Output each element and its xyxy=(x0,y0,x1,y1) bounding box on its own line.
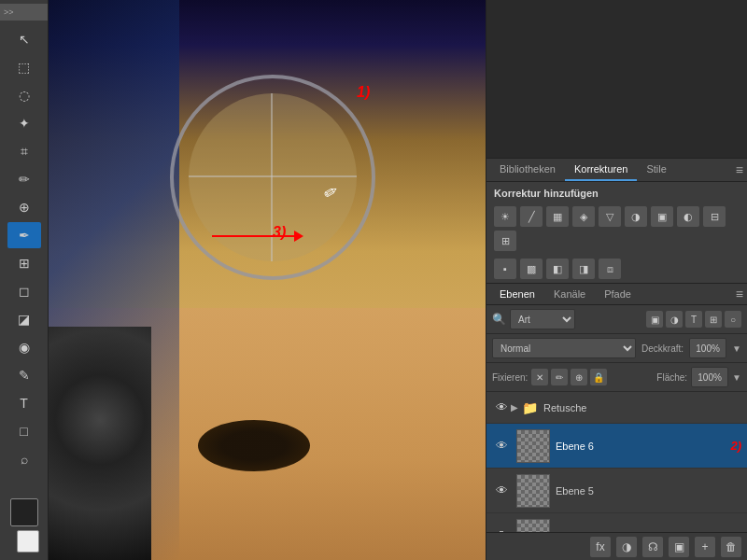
clone-tool[interactable]: ⊞ xyxy=(7,250,41,276)
tab-korrekturen[interactable]: Korrekturen xyxy=(565,159,637,181)
layers-collapse-btn[interactable]: ≡ xyxy=(736,287,743,301)
corrections-icons-row2: ▪ ▩ ◧ ◨ ⧈ xyxy=(486,255,747,283)
filter-icon-3[interactable]: ⊞ xyxy=(705,311,722,328)
blend-bar: Normal Deckkraft: ▼ xyxy=(486,334,747,363)
fix-position[interactable]: ✕ xyxy=(531,369,548,385)
eye-retusche[interactable]: 👁 xyxy=(492,399,511,417)
corr-icon-colorfill[interactable]: ▪ xyxy=(494,259,516,279)
text-tool[interactable]: T xyxy=(7,390,41,416)
corr-icon-posterize[interactable]: ⧈ xyxy=(599,259,621,279)
healing-tool[interactable]: ⊕ xyxy=(7,194,41,220)
eraser-tool[interactable]: ◻ xyxy=(7,278,41,304)
group-name-retusche: Retusche xyxy=(543,402,586,413)
magic-wand-tool[interactable]: ✦ xyxy=(7,110,41,136)
toolbar: >> ↖ ⬚ ◌ ✦ ⌗ ✏ ⊕ ✒ ⊞ ◻ ◪ ◉ ✎ T □ ⌕ xyxy=(0,0,49,560)
shapes-tool[interactable]: □ xyxy=(7,418,41,444)
opacity-arrow[interactable]: ▼ xyxy=(732,343,741,354)
corr-icon-colorbalance[interactable]: ▣ xyxy=(651,206,673,227)
eye-ebene5[interactable]: 👁 xyxy=(492,482,511,500)
thumb-ebene4 xyxy=(516,519,550,533)
layers-panel: Ebenen Kanäle Pfade ≡ 🔍 Art ▣ ◑ T ⊞ ○ No… xyxy=(486,284,747,560)
selection-tool[interactable]: ⬚ xyxy=(7,54,41,80)
filter-icon-1[interactable]: ▣ xyxy=(646,311,663,328)
corr-icon-bw[interactable]: ◐ xyxy=(677,206,699,227)
opacity-input[interactable] xyxy=(689,338,726,358)
crop-tool[interactable]: ⌗ xyxy=(7,138,41,164)
corr-icon-photo[interactable]: ⊟ xyxy=(703,206,726,227)
fill-label: Fläche: xyxy=(656,372,687,383)
corrections-collapse-btn[interactable]: ≡ xyxy=(736,162,743,177)
tab-kanaele[interactable]: Kanäle xyxy=(544,284,595,304)
lasso-tool[interactable]: ◌ xyxy=(7,82,41,108)
zoom-tool[interactable]: ⌕ xyxy=(7,446,41,472)
group-button[interactable]: ▣ xyxy=(669,537,689,557)
thumb-ebene6 xyxy=(516,429,550,463)
canvas-area[interactable]: ✏ 1) 3) xyxy=(49,0,486,560)
tab-bibliotheken[interactable]: Bibliotheken xyxy=(490,159,565,181)
eyedropper-tool[interactable]: ✏ xyxy=(7,166,41,192)
delete-layer-button[interactable]: 🗑 xyxy=(721,537,741,557)
fix-move[interactable]: ⊕ xyxy=(571,369,587,385)
filter-icon-t[interactable]: T xyxy=(685,311,702,328)
background-color[interactable] xyxy=(17,530,39,553)
group-expand-arrow[interactable]: ▶ xyxy=(511,402,518,413)
layers-filter-bar: 🔍 Art ▣ ◑ T ⊞ ○ xyxy=(486,305,747,334)
blur-tool[interactable]: ◉ xyxy=(7,334,41,360)
thumb-ebene5 xyxy=(516,474,550,508)
corr-icon-channelmixer[interactable]: ⊞ xyxy=(494,231,516,251)
layer-group-retusche[interactable]: 👁 ▶ 📁 Retusche xyxy=(486,392,747,424)
right-panel: Bibliotheken Korrekturen Stile ≡ Korrekt… xyxy=(486,0,747,560)
gradient-tool[interactable]: ◪ xyxy=(7,306,41,332)
layer-name-ebene6: Ebene 6 xyxy=(556,441,730,452)
circle-overlay xyxy=(170,75,375,280)
corrections-title: Korrektur hinzufügen xyxy=(486,182,747,203)
layer-row-ebene5[interactable]: 👁 Ebene 5 xyxy=(486,469,747,513)
fix-icons: ✕ ✏ ⊕ 🔒 xyxy=(531,369,607,385)
toolbar-header: >> xyxy=(0,4,48,21)
corr-icon-vibrance[interactable]: ▽ xyxy=(599,206,621,227)
corrections-panel: Bibliotheken Korrekturen Stile ≡ Korrekt… xyxy=(486,159,747,284)
eye-ebene6[interactable]: 👁 xyxy=(492,437,511,455)
path-tool[interactable]: ✎ xyxy=(7,362,41,388)
filter-icon-2[interactable]: ◑ xyxy=(666,311,683,328)
layer-filter-icons: ▣ ◑ T ⊞ ○ xyxy=(646,311,741,328)
corrections-tabs: Bibliotheken Korrekturen Stile ≡ xyxy=(486,159,747,182)
corr-icon-threshold[interactable]: ◨ xyxy=(572,259,595,279)
layer-row-ebene6[interactable]: 👁 Ebene 6 2) xyxy=(486,424,747,469)
corr-icon-gradient-fill[interactable]: ▩ xyxy=(520,259,543,279)
adjustment-button[interactable]: ◑ xyxy=(616,537,637,557)
blend-mode-select[interactable]: Normal xyxy=(492,338,636,358)
foreground-color[interactable] xyxy=(10,498,38,526)
layer-type-filter[interactable]: Art xyxy=(510,309,575,329)
fix-all[interactable]: 🔒 xyxy=(590,369,607,385)
layers-bottom-bar: fx ◑ ☊ ▣ + 🗑 xyxy=(486,532,747,560)
fx-button[interactable]: fx xyxy=(590,537,611,557)
layers-tabs: Ebenen Kanäle Pfade ≡ xyxy=(486,284,747,305)
layer-name-ebene5: Ebene 5 xyxy=(556,485,741,497)
filter-icon-off[interactable]: ○ xyxy=(725,311,741,328)
corr-icon-hsl[interactable]: ◑ xyxy=(625,206,647,227)
tab-stile[interactable]: Stile xyxy=(637,159,675,181)
layer-row-ebene4[interactable]: 👁 Ebene 4 xyxy=(486,513,747,532)
fill-arrow[interactable]: ▼ xyxy=(732,372,741,383)
new-layer-button[interactable]: + xyxy=(695,537,715,557)
corr-icon-curves[interactable]: ╱ xyxy=(520,206,543,227)
annotation-3-arrow xyxy=(212,235,296,237)
mask-button[interactable]: ☊ xyxy=(642,537,663,557)
tab-pfade[interactable]: Pfade xyxy=(595,284,641,304)
opacity-label: Deckkraft: xyxy=(641,343,684,354)
brush-tool[interactable]: ✒ xyxy=(7,222,41,248)
annotation-1-label: 1) xyxy=(357,84,370,101)
fix-label: Fixieren: xyxy=(492,372,528,383)
move-tool[interactable]: ↖ xyxy=(7,26,41,52)
corr-icon-exposure[interactable]: ◈ xyxy=(572,206,595,227)
tab-ebenen[interactable]: Ebenen xyxy=(490,284,544,304)
corr-icon-brightness[interactable]: ☀ xyxy=(494,206,516,227)
fill-input[interactable] xyxy=(691,367,728,387)
annotation-3-label: 3) xyxy=(273,224,286,241)
corr-icon-pattern[interactable]: ◧ xyxy=(546,259,569,279)
beads-area xyxy=(49,327,151,560)
fix-pixels[interactable]: ✏ xyxy=(551,369,568,385)
corrections-icons-row1: ☀ ╱ ▦ ◈ ▽ ◑ ▣ ◐ ⊟ ⊞ xyxy=(486,203,747,255)
corr-icon-levels[interactable]: ▦ xyxy=(546,206,569,227)
